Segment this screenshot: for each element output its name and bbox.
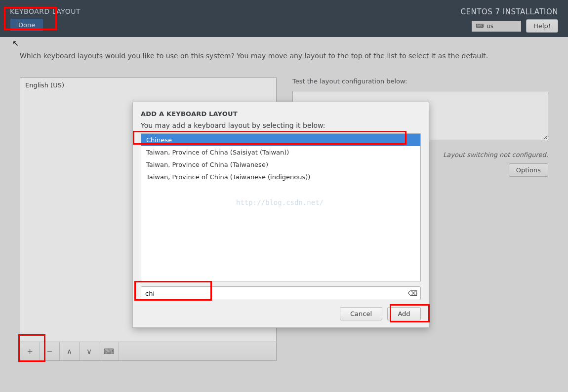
- keyboard-indicator[interactable]: ⌨ us: [472, 21, 521, 32]
- header: KEYBOARD LAYOUT Done CENTOS 7 INSTALLATI…: [0, 0, 568, 37]
- dialog-search-input[interactable]: [144, 290, 407, 297]
- layout-list-item[interactable]: English (US): [20, 78, 276, 92]
- move-up-button[interactable]: ∧: [60, 342, 80, 360]
- dialog-add-button[interactable]: Add: [387, 307, 421, 320]
- done-button[interactable]: Done: [10, 18, 43, 32]
- header-left: KEYBOARD LAYOUT Done: [10, 7, 461, 32]
- page-title: KEYBOARD LAYOUT: [10, 7, 461, 15]
- minus-icon: −: [46, 347, 53, 356]
- dialog-layout-list[interactable]: Chinese Taiwan, Province of China (Saisi…: [141, 133, 421, 281]
- move-down-button[interactable]: ∨: [80, 342, 99, 360]
- keyboard-icon: ⌨: [104, 347, 115, 356]
- dialog-title: ADD A KEYBOARD LAYOUT: [141, 110, 421, 118]
- chevron-down-icon: ∨: [86, 347, 92, 356]
- plus-icon: +: [27, 347, 33, 356]
- dialog-search-row: ⌫: [141, 286, 421, 300]
- dialog-subtitle: You may add a keyboard layout by selecti…: [141, 121, 421, 129]
- dialog-buttons: Cancel Add: [141, 307, 421, 320]
- dialog-list-item[interactable]: Chinese: [141, 134, 420, 146]
- test-label: Test the layout configuration below:: [292, 78, 548, 85]
- keyboard-icon: ⌨: [476, 23, 484, 29]
- instructions-text: Which keyboard layouts would you like to…: [20, 52, 548, 60]
- header-right: CENTOS 7 INSTALLATION ⌨ us Help!: [461, 7, 558, 33]
- options-button[interactable]: Options: [509, 163, 548, 177]
- dialog-list-item[interactable]: Taiwan, Province of China (Saisiyat (Tai…: [141, 146, 420, 158]
- dialog-list-item[interactable]: Taiwan, Province of China (Taiwanese (in…: [141, 171, 420, 183]
- add-layout-dialog: ADD A KEYBOARD LAYOUT You may add a keyb…: [132, 102, 429, 328]
- remove-layout-button[interactable]: −: [40, 342, 60, 360]
- add-layout-button[interactable]: +: [20, 342, 40, 360]
- chevron-up-icon: ∧: [67, 347, 72, 356]
- keyboard-indicator-label: us: [487, 23, 493, 30]
- dialog-cancel-button[interactable]: Cancel: [340, 307, 382, 320]
- preview-layout-button[interactable]: ⌨: [99, 342, 119, 360]
- clear-search-icon[interactable]: ⌫: [407, 289, 417, 297]
- help-button[interactable]: Help!: [526, 19, 558, 33]
- brand-title: CENTOS 7 INSTALLATION: [461, 7, 558, 16]
- header-right-row: ⌨ us Help!: [461, 19, 558, 33]
- layout-toolbar: + − ∧ ∨ ⌨: [20, 342, 277, 361]
- dialog-list-item[interactable]: Taiwan, Province of China (Taiwanese): [141, 158, 420, 171]
